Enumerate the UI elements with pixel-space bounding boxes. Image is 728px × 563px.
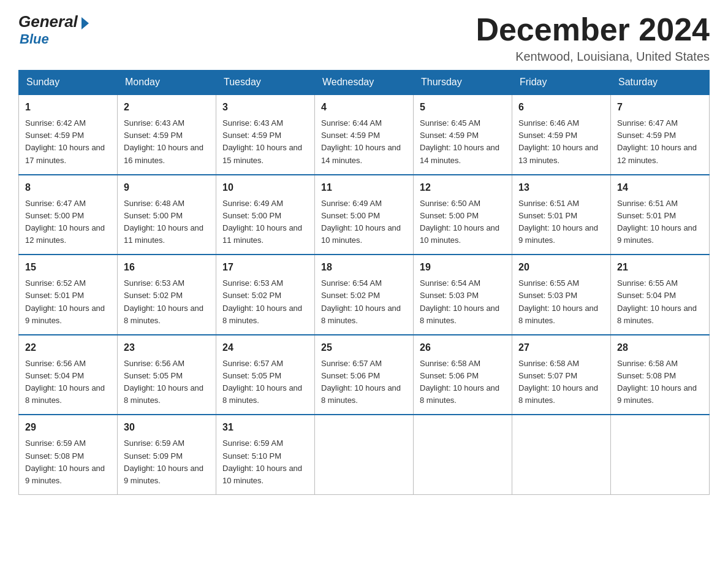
calendar-cell: 8Sunrise: 6:47 AMSunset: 5:00 PMDaylight… [19,175,118,255]
calendar-cell: 12Sunrise: 6:50 AMSunset: 5:00 PMDayligh… [414,175,512,255]
day-number: 27 [518,340,604,355]
calendar-cell: 21Sunrise: 6:55 AMSunset: 5:04 PMDayligh… [611,255,710,335]
day-number: 28 [617,340,703,355]
day-info: Sunrise: 6:57 AMSunset: 5:05 PMDaylight:… [222,358,308,407]
day-number: 2 [124,100,210,115]
day-number: 13 [518,180,604,195]
day-number: 7 [617,100,703,115]
logo: General Blue [18,12,89,47]
calendar-cell: 29Sunrise: 6:59 AMSunset: 5:08 PMDayligh… [19,415,118,494]
day-number: 15 [25,260,111,275]
day-info: Sunrise: 6:47 AMSunset: 5:00 PMDaylight:… [25,197,111,247]
day-number: 30 [124,420,210,435]
calendar-cell: 26Sunrise: 6:58 AMSunset: 5:06 PMDayligh… [414,335,512,415]
day-number: 16 [124,260,210,275]
calendar-week-row: 1Sunrise: 6:42 AMSunset: 4:59 PMDaylight… [19,94,710,175]
day-of-week-monday: Monday [118,71,216,95]
day-of-week-wednesday: Wednesday [315,71,414,95]
calendar-cell: 11Sunrise: 6:49 AMSunset: 5:00 PMDayligh… [315,175,414,255]
logo-blue-text: Blue [20,31,49,47]
day-number: 3 [222,100,308,115]
day-info: Sunrise: 6:58 AMSunset: 5:08 PMDaylight:… [617,358,703,407]
calendar-cell: 16Sunrise: 6:53 AMSunset: 5:02 PMDayligh… [118,255,216,335]
day-info: Sunrise: 6:59 AMSunset: 5:09 PMDaylight:… [124,437,210,487]
day-number: 20 [518,260,604,275]
day-info: Sunrise: 6:57 AMSunset: 5:06 PMDaylight:… [321,358,407,407]
day-number: 11 [321,180,407,195]
logo-arrow-icon [82,17,89,29]
day-number: 21 [617,260,703,275]
calendar-cell: 15Sunrise: 6:52 AMSunset: 5:01 PMDayligh… [19,255,118,335]
calendar-cell: 27Sunrise: 6:58 AMSunset: 5:07 PMDayligh… [512,335,611,415]
calendar-week-row: 8Sunrise: 6:47 AMSunset: 5:00 PMDaylight… [19,175,710,255]
day-info: Sunrise: 6:56 AMSunset: 5:05 PMDaylight:… [124,358,210,407]
day-info: Sunrise: 6:59 AMSunset: 5:08 PMDaylight:… [25,437,111,487]
day-info: Sunrise: 6:47 AMSunset: 4:59 PMDaylight:… [617,117,703,167]
day-of-week-friday: Friday [512,71,611,95]
calendar-cell: 30Sunrise: 6:59 AMSunset: 5:09 PMDayligh… [118,415,216,494]
day-info: Sunrise: 6:43 AMSunset: 4:59 PMDaylight:… [222,117,308,167]
calendar-cell [414,415,512,494]
day-of-week-tuesday: Tuesday [216,71,315,95]
day-number: 10 [222,180,308,195]
day-number: 29 [25,420,111,435]
calendar-cell: 3Sunrise: 6:43 AMSunset: 4:59 PMDaylight… [216,94,315,175]
location-text: Kentwood, Louisiana, United States [476,50,710,64]
calendar-cell: 5Sunrise: 6:45 AMSunset: 4:59 PMDaylight… [414,94,512,175]
day-info: Sunrise: 6:43 AMSunset: 4:59 PMDaylight:… [124,117,210,167]
calendar-cell: 18Sunrise: 6:54 AMSunset: 5:02 PMDayligh… [315,255,414,335]
month-title: December 2024 [476,12,710,47]
calendar-cell: 6Sunrise: 6:46 AMSunset: 4:59 PMDaylight… [512,94,611,175]
calendar-week-row: 15Sunrise: 6:52 AMSunset: 5:01 PMDayligh… [19,255,710,335]
day-info: Sunrise: 6:49 AMSunset: 5:00 PMDaylight:… [222,197,308,247]
calendar-cell [512,415,611,494]
logo-general-text: General [18,12,78,31]
day-number: 5 [420,100,506,115]
calendar-cell: 19Sunrise: 6:54 AMSunset: 5:03 PMDayligh… [414,255,512,335]
day-number: 18 [321,260,407,275]
day-number: 1 [25,100,111,115]
day-number: 31 [222,420,308,435]
day-info: Sunrise: 6:45 AMSunset: 4:59 PMDaylight:… [420,117,506,167]
day-number: 8 [25,180,111,195]
day-number: 19 [420,260,506,275]
day-info: Sunrise: 6:59 AMSunset: 5:10 PMDaylight:… [222,437,308,487]
day-of-week-sunday: Sunday [19,71,118,95]
calendar-header-row: SundayMondayTuesdayWednesdayThursdayFrid… [19,71,710,95]
calendar-cell: 4Sunrise: 6:44 AMSunset: 4:59 PMDaylight… [315,94,414,175]
day-number: 12 [420,180,506,195]
day-info: Sunrise: 6:50 AMSunset: 5:00 PMDaylight:… [420,197,506,247]
calendar-week-row: 29Sunrise: 6:59 AMSunset: 5:08 PMDayligh… [19,415,710,494]
day-info: Sunrise: 6:56 AMSunset: 5:04 PMDaylight:… [25,358,111,407]
day-info: Sunrise: 6:48 AMSunset: 5:00 PMDaylight:… [124,197,210,247]
calendar-cell: 9Sunrise: 6:48 AMSunset: 5:00 PMDaylight… [118,175,216,255]
day-info: Sunrise: 6:55 AMSunset: 5:03 PMDaylight:… [518,277,604,327]
day-number: 25 [321,340,407,355]
calendar-cell: 28Sunrise: 6:58 AMSunset: 5:08 PMDayligh… [611,335,710,415]
calendar-cell: 2Sunrise: 6:43 AMSunset: 4:59 PMDaylight… [118,94,216,175]
day-number: 4 [321,100,407,115]
day-number: 26 [420,340,506,355]
day-number: 17 [222,260,308,275]
day-info: Sunrise: 6:49 AMSunset: 5:00 PMDaylight:… [321,197,407,247]
calendar-cell: 10Sunrise: 6:49 AMSunset: 5:00 PMDayligh… [216,175,315,255]
day-of-week-saturday: Saturday [611,71,710,95]
day-number: 14 [617,180,703,195]
calendar-cell: 22Sunrise: 6:56 AMSunset: 5:04 PMDayligh… [19,335,118,415]
calendar-cell: 24Sunrise: 6:57 AMSunset: 5:05 PMDayligh… [216,335,315,415]
day-info: Sunrise: 6:53 AMSunset: 5:02 PMDaylight:… [222,277,308,327]
calendar-cell: 14Sunrise: 6:51 AMSunset: 5:01 PMDayligh… [611,175,710,255]
day-info: Sunrise: 6:52 AMSunset: 5:01 PMDaylight:… [25,277,111,327]
day-number: 24 [222,340,308,355]
calendar-cell: 7Sunrise: 6:47 AMSunset: 4:59 PMDaylight… [611,94,710,175]
calendar-cell: 23Sunrise: 6:56 AMSunset: 5:05 PMDayligh… [118,335,216,415]
calendar-cell: 20Sunrise: 6:55 AMSunset: 5:03 PMDayligh… [512,255,611,335]
day-info: Sunrise: 6:55 AMSunset: 5:04 PMDaylight:… [617,277,703,327]
calendar-cell [611,415,710,494]
day-info: Sunrise: 6:53 AMSunset: 5:02 PMDaylight:… [124,277,210,327]
day-number: 9 [124,180,210,195]
day-info: Sunrise: 6:54 AMSunset: 5:03 PMDaylight:… [420,277,506,327]
day-info: Sunrise: 6:51 AMSunset: 5:01 PMDaylight:… [518,197,604,247]
title-block: December 2024 Kentwood, Louisiana, Unite… [476,12,710,64]
calendar-cell: 1Sunrise: 6:42 AMSunset: 4:59 PMDaylight… [19,94,118,175]
